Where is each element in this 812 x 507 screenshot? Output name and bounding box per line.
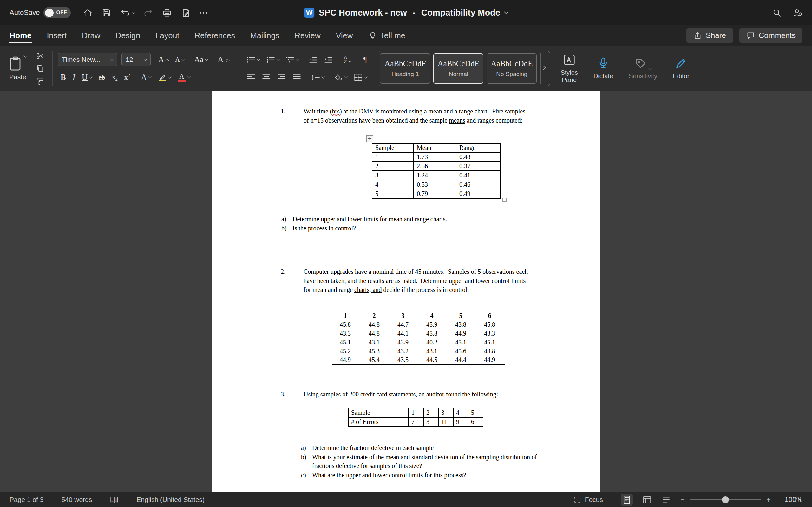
- table-cell[interactable]: 1: [409, 408, 423, 417]
- table-cell[interactable]: 0.48: [456, 153, 501, 162]
- superscript-button[interactable]: x2: [121, 70, 133, 85]
- table-cell[interactable]: 2: [423, 408, 438, 417]
- table-cell[interactable]: 0.79: [414, 189, 456, 199]
- table-cell[interactable]: 1.73: [414, 153, 456, 162]
- tab-view[interactable]: View: [336, 25, 353, 46]
- table-cell[interactable]: 4: [453, 408, 468, 417]
- table-cell[interactable]: 9: [453, 417, 468, 427]
- proofing-status-button[interactable]: [110, 496, 119, 504]
- table-cell[interactable]: 3: [423, 417, 438, 427]
- table-cell[interactable]: 44.9: [332, 355, 361, 364]
- style-normal[interactable]: AaBbCcDdE Normal: [433, 53, 484, 83]
- table-cell[interactable]: 3: [390, 311, 419, 320]
- table-cell[interactable]: Mean: [414, 143, 456, 153]
- table-cell[interactable]: 5: [372, 189, 414, 199]
- table-cell[interactable]: 3: [438, 408, 453, 417]
- autosave-toggle[interactable]: OFF: [44, 7, 71, 18]
- table-cell[interactable]: 43.5: [390, 355, 419, 364]
- multilevel-list-button[interactable]: [283, 52, 302, 67]
- underline-button[interactable]: U: [79, 70, 95, 85]
- table-cell[interactable]: Sample: [372, 143, 414, 153]
- page-number-status[interactable]: Page 1 of 3: [9, 496, 44, 504]
- table-cell[interactable]: 45.1: [476, 338, 505, 347]
- clear-formatting-button[interactable]: A: [215, 52, 234, 67]
- cut-button[interactable]: [33, 50, 47, 61]
- question-1-paragraph[interactable]: 1. Wait time (hrs) at the DMV is monitor…: [281, 107, 532, 125]
- show-formatting-button[interactable]: ¶: [361, 52, 369, 67]
- tab-references[interactable]: References: [194, 25, 235, 46]
- table-cell[interactable]: 44.8: [361, 329, 390, 338]
- list-item[interactable]: b) Is the process in control?: [281, 224, 518, 233]
- zoom-slider[interactable]: [690, 496, 761, 504]
- decrease-indent-button[interactable]: [306, 52, 320, 67]
- share-button[interactable]: Share: [687, 28, 733, 43]
- text-effects-button[interactable]: A: [138, 70, 154, 85]
- list-item[interactable]: b) What is your estimate of the mean and…: [301, 452, 538, 470]
- font-color-button[interactable]: A: [175, 70, 193, 85]
- table-cell[interactable]: 0.49: [456, 189, 501, 199]
- highlight-button[interactable]: [155, 70, 174, 85]
- question-3-paragraph[interactable]: 3. Using samples of 200 credit card stat…: [281, 390, 532, 399]
- table-cell[interactable]: 40.2: [419, 338, 448, 347]
- tab-home[interactable]: Home: [9, 25, 32, 46]
- grow-font-button[interactable]: A: [155, 52, 171, 67]
- style-heading1[interactable]: AaBbCcDdF Heading 1: [380, 53, 430, 83]
- focus-button[interactable]: Focus: [573, 496, 603, 504]
- table-cell[interactable]: 44.1: [390, 329, 419, 338]
- word-count-status[interactable]: 540 words: [61, 496, 92, 504]
- question-3-sublist[interactable]: a) Determine the fraction defective in e…: [301, 443, 538, 480]
- view-outline-button[interactable]: [661, 495, 671, 504]
- table-cell[interactable]: 0.37: [456, 162, 501, 171]
- tab-layout[interactable]: Layout: [155, 25, 179, 46]
- zoom-in-button[interactable]: +: [766, 495, 771, 504]
- table-cell[interactable]: 0.46: [456, 180, 501, 189]
- table-cell[interactable]: 11: [438, 417, 453, 427]
- shrink-font-button[interactable]: A: [172, 52, 187, 67]
- format-painter-button[interactable]: [33, 76, 47, 87]
- table-move-handle[interactable]: [366, 135, 373, 142]
- tab-draw[interactable]: Draw: [82, 25, 100, 46]
- list-item[interactable]: a) Determine the fraction defective in e…: [301, 443, 538, 452]
- tab-mailings[interactable]: Mailings: [250, 25, 280, 46]
- table-cell[interactable]: 1: [332, 311, 361, 320]
- save-icon[interactable]: [101, 8, 111, 18]
- account-icon[interactable]: [793, 8, 803, 18]
- view-web-layout-button[interactable]: [642, 495, 652, 504]
- table-cell[interactable]: 2: [361, 311, 390, 320]
- change-case-button[interactable]: Aa: [191, 52, 211, 67]
- table-cell[interactable]: 43.8: [476, 347, 505, 355]
- table-cell[interactable]: 0.53: [414, 180, 456, 189]
- table-cell[interactable]: 43.1: [361, 338, 390, 347]
- increase-indent-button[interactable]: [321, 52, 336, 67]
- table-cell[interactable]: 45.4: [361, 355, 390, 364]
- zoom-out-button[interactable]: −: [680, 495, 685, 504]
- table-cell[interactable]: 43.2: [390, 347, 419, 355]
- table-cell[interactable]: 4: [372, 180, 414, 189]
- sensitivity-button[interactable]: Sensitivity: [623, 48, 662, 89]
- table-cell[interactable]: 45.2: [332, 347, 361, 355]
- document-pen-icon[interactable]: [181, 8, 191, 18]
- strikethrough-button[interactable]: ab: [96, 70, 108, 85]
- more-commands-button[interactable]: [200, 12, 207, 14]
- table-cell[interactable]: 44.4: [448, 355, 476, 364]
- tab-design[interactable]: Design: [115, 25, 140, 46]
- bullets-button[interactable]: [244, 52, 263, 67]
- document-title-menu[interactable]: W SPC Homework - new - Compatibility Mod…: [304, 8, 508, 18]
- table-cell[interactable]: 3: [372, 171, 414, 180]
- table-cell[interactable]: 5: [448, 311, 476, 320]
- table-cell[interactable]: 45.8: [332, 320, 361, 329]
- table-cell[interactable]: 44.7: [390, 320, 419, 329]
- comments-button[interactable]: Comments: [740, 28, 803, 43]
- table-cell[interactable]: 43.3: [476, 329, 505, 338]
- table-cell[interactable]: 45.8: [476, 320, 505, 329]
- question-2-paragraph[interactable]: 2. Computer upgrades have a nominal time…: [281, 267, 532, 294]
- table-cell[interactable]: 4: [419, 311, 448, 320]
- styles-pane-button[interactable]: StylesPane: [555, 48, 583, 89]
- table-cell[interactable]: 45.3: [361, 347, 390, 355]
- copy-button[interactable]: [33, 63, 47, 74]
- italic-button[interactable]: I: [70, 70, 78, 85]
- line-spacing-button[interactable]: [309, 70, 327, 85]
- dictate-button[interactable]: Dictate: [589, 48, 618, 89]
- table-cell[interactable]: 45.9: [419, 320, 448, 329]
- list-item[interactable]: a) Determine upper and lower limits for …: [281, 215, 518, 224]
